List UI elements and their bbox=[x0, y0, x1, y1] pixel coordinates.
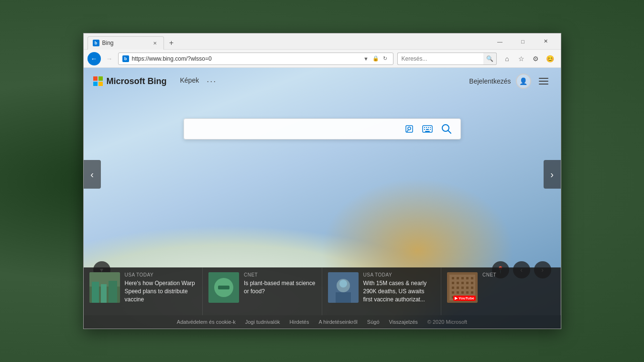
refresh-icon[interactable]: ↻ bbox=[382, 55, 389, 63]
nav-item-images[interactable]: Képek bbox=[180, 76, 199, 86]
news-card-1[interactable]: USA TODAY Here's how Operation Warp Spee… bbox=[84, 267, 203, 315]
home-icon[interactable]: ⌂ bbox=[501, 52, 514, 65]
carousel-next-button[interactable]: › bbox=[544, 160, 561, 189]
news-title-2: Is plant-based meat science or food? bbox=[244, 279, 316, 296]
news-card-2-content: CNET Is plant-based meat science or food… bbox=[244, 272, 316, 310]
browser-search-box[interactable]: 🔍 bbox=[397, 53, 497, 65]
user-avatar[interactable]: 👤 bbox=[516, 74, 531, 89]
bing-search-container bbox=[84, 118, 561, 139]
back-button[interactable]: ← bbox=[87, 52, 101, 65]
svg-point-24 bbox=[339, 280, 347, 287]
ms-logo-blue bbox=[93, 82, 98, 86]
signin-button[interactable]: Bejelentkezés bbox=[469, 77, 511, 85]
svg-rect-16 bbox=[101, 284, 107, 303]
footer-about-ads-link[interactable]: A hirdetéseinkről bbox=[318, 319, 357, 325]
youtube-badge: ▶ YouTube bbox=[453, 296, 476, 301]
search-submit-icon[interactable] bbox=[438, 121, 455, 137]
ms-logo-yellow bbox=[98, 82, 103, 86]
news-source-1: USA TODAY bbox=[125, 272, 197, 277]
content-area: Microsoft Bing Képek ··· Bejelentkezés 👤 bbox=[84, 68, 561, 329]
bing-search-tools bbox=[402, 121, 455, 137]
news-title-1: Here's how Operation Warp Speed plans to… bbox=[125, 279, 197, 303]
news-card-1-content: USA TODAY Here's how Operation Warp Spee… bbox=[125, 272, 197, 310]
browser-search-input[interactable] bbox=[397, 53, 483, 65]
footer-privacy-link[interactable]: Adatvédelem és cookie-k bbox=[177, 319, 236, 325]
svg-rect-9 bbox=[430, 129, 431, 130]
bing-logo[interactable]: Microsoft Bing bbox=[93, 76, 167, 86]
bing-footer: Adatvédelem és cookie-k Jogi tudnivalók … bbox=[84, 315, 561, 329]
news-thumb-2 bbox=[208, 272, 239, 303]
browser-window: b Bing ✕ + — □ ✕ ← → b https://www.bing.… bbox=[83, 33, 561, 329]
tab-favicon: b bbox=[93, 40, 99, 46]
browser-tab-bing[interactable]: b Bing ✕ bbox=[87, 36, 164, 50]
hamburger-line-2 bbox=[539, 81, 548, 82]
forward-button[interactable]: → bbox=[103, 52, 116, 65]
svg-rect-7 bbox=[424, 129, 425, 130]
minimize-button[interactable]: — bbox=[489, 35, 511, 48]
emoji-icon[interactable]: 😊 bbox=[544, 52, 557, 65]
footer-feedback-link[interactable]: Visszajelzés bbox=[389, 319, 418, 325]
bing-search-box[interactable] bbox=[184, 118, 461, 139]
svg-rect-15 bbox=[92, 282, 99, 303]
tab-close-button[interactable]: ✕ bbox=[151, 39, 159, 47]
svg-line-12 bbox=[448, 131, 451, 134]
footer-help-link[interactable]: Súgó bbox=[367, 319, 380, 325]
svg-rect-5 bbox=[428, 127, 429, 128]
bing-navigation: Képek ··· bbox=[180, 76, 217, 86]
bing-search-input[interactable] bbox=[190, 125, 398, 133]
news-thumb-3 bbox=[328, 272, 359, 303]
news-source-2: CNET bbox=[244, 272, 316, 277]
favorites-icon[interactable]: ☆ bbox=[515, 52, 528, 65]
svg-rect-20 bbox=[218, 286, 229, 289]
title-bar: b Bing ✕ + — □ ✕ bbox=[84, 33, 561, 50]
url-bar[interactable]: b https://www.bing.com/?wlsso=0 ▼ 🔒 ↻ bbox=[118, 53, 393, 65]
lock-icon: 🔒 bbox=[372, 55, 380, 63]
news-title-3: With 15M cases & nearly 290K deaths, US … bbox=[363, 279, 436, 303]
svg-rect-4 bbox=[426, 127, 427, 128]
svg-rect-10 bbox=[425, 131, 430, 132]
news-card-4[interactable]: ▶ YouTube CNET bbox=[441, 267, 561, 315]
hamburger-menu-button[interactable] bbox=[536, 74, 551, 89]
new-tab-button[interactable]: + bbox=[165, 36, 178, 50]
news-cards-container: USA TODAY Here's how Operation Warp Spee… bbox=[84, 267, 561, 315]
nav-more-button[interactable]: ··· bbox=[207, 76, 217, 86]
close-button[interactable]: ✕ bbox=[535, 35, 557, 48]
url-text: https://www.bing.com/?wlsso=0 bbox=[132, 55, 360, 62]
news-source-4: CNET bbox=[482, 272, 555, 277]
news-card-2[interactable]: CNET Is plant-based meat science or food… bbox=[203, 267, 322, 315]
settings-icon[interactable]: ⚙ bbox=[529, 52, 543, 65]
news-card-3[interactable]: USA TODAY With 15M cases & nearly 290K d… bbox=[322, 267, 442, 315]
news-card-4-content: CNET bbox=[482, 272, 555, 310]
carousel-prev-button[interactable]: ‹ bbox=[84, 160, 101, 189]
news-thumb-1 bbox=[89, 272, 120, 303]
svg-rect-8 bbox=[426, 129, 429, 130]
ms-logo-green bbox=[98, 76, 103, 81]
hamburger-line-1 bbox=[539, 78, 548, 79]
microsoft-logo bbox=[93, 76, 103, 86]
visual-search-icon[interactable] bbox=[402, 122, 416, 136]
bing-brand-text: Microsoft Bing bbox=[107, 76, 167, 86]
url-bar-icons: ▼ 🔒 ↻ bbox=[362, 55, 389, 63]
window-controls: — □ ✕ bbox=[489, 35, 557, 48]
toolbar-icons: ⌂ ☆ ⚙ 😊 bbox=[501, 52, 557, 65]
keyboard-icon[interactable] bbox=[420, 122, 435, 136]
address-bar: ← → b https://www.bing.com/?wlsso=0 ▼ 🔒 … bbox=[84, 50, 561, 68]
footer-legal-link[interactable]: Jogi tudnivalók bbox=[245, 319, 280, 325]
svg-rect-23 bbox=[336, 292, 351, 303]
svg-rect-3 bbox=[424, 127, 425, 128]
bing-header-right: Bejelentkezés 👤 bbox=[469, 74, 551, 89]
maximize-button[interactable]: □ bbox=[512, 35, 534, 48]
footer-ads-link[interactable]: Hirdetés bbox=[290, 319, 309, 325]
tab-bar: b Bing ✕ + bbox=[87, 33, 487, 50]
footer-copyright: © 2020 Microsoft bbox=[427, 319, 467, 325]
bing-header: Microsoft Bing Képek ··· Bejelentkezés 👤 bbox=[84, 68, 561, 95]
url-favicon-icon: b bbox=[122, 55, 129, 62]
news-thumb-4: ▶ YouTube bbox=[447, 272, 478, 303]
svg-rect-6 bbox=[430, 127, 431, 128]
ms-logo-red bbox=[93, 76, 98, 81]
browser-search-button[interactable]: 🔍 bbox=[483, 53, 497, 65]
news-source-3: USA TODAY bbox=[363, 272, 436, 277]
url-dropdown-icon[interactable]: ▼ bbox=[362, 55, 370, 63]
tab-label: Bing bbox=[102, 40, 114, 46]
svg-point-1 bbox=[408, 127, 411, 130]
